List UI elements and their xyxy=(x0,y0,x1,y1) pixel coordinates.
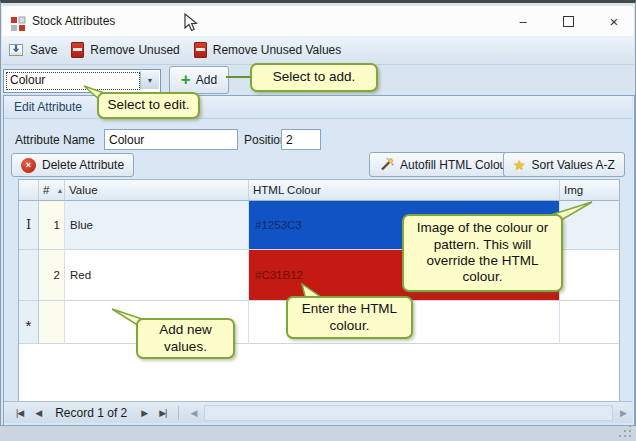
resize-grip-icon[interactable] xyxy=(619,425,633,439)
num-header-label: # xyxy=(43,184,49,196)
minimize-button[interactable]: – xyxy=(507,9,539,33)
num-column-header[interactable]: # ▲ xyxy=(39,180,65,201)
img-column-header[interactable]: Img xyxy=(560,180,619,201)
nav-next-button[interactable]: ▶ xyxy=(135,408,153,418)
maximize-button[interactable] xyxy=(552,9,584,33)
nav-last-button[interactable]: ▶| xyxy=(153,408,172,418)
callout-add-new: Add new values. xyxy=(136,318,235,359)
attribute-name-label: Attribute Name xyxy=(15,133,95,147)
remove-unused-values-label: Remove Unused Values xyxy=(213,43,342,57)
window-title: Stock Attributes xyxy=(32,14,115,28)
grid-cell-value[interactable]: Blue xyxy=(65,201,249,250)
hscroll-track[interactable] xyxy=(204,405,613,421)
app-icon xyxy=(10,16,26,32)
grid-cell-img[interactable] xyxy=(560,201,619,250)
autofill-label: Autofill HTML Colours xyxy=(400,158,516,172)
callout-select-to-add: Select to add. xyxy=(250,63,378,92)
remove-unused-values-icon xyxy=(194,42,207,58)
grid-cell-num[interactable]: 1 xyxy=(39,201,65,250)
remove-unused-label: Remove Unused xyxy=(90,43,179,57)
delete-x-icon: × xyxy=(21,158,36,173)
hscroll-left-arrow[interactable]: ◀ xyxy=(185,408,202,418)
delete-attribute-button[interactable]: × Delete Attribute xyxy=(11,153,134,177)
grid-cell-img[interactable] xyxy=(560,250,619,301)
sort-values-button[interactable]: ★ Sort Values A-Z xyxy=(503,152,625,177)
navigator-separator xyxy=(178,406,179,420)
magic-wand-icon xyxy=(379,157,394,172)
grid-cell-num[interactable]: 2 xyxy=(39,250,65,301)
star-icon: ★ xyxy=(513,158,526,172)
maximize-icon xyxy=(563,16,574,27)
record-count-label: Record 1 of 2 xyxy=(47,406,135,420)
row-selector-header[interactable] xyxy=(19,180,39,201)
sort-values-label: Sort Values A-Z xyxy=(532,158,615,172)
remove-unused-values-button[interactable]: Remove Unused Values xyxy=(188,38,350,62)
callout-enter-html: Enter the HTML colour. xyxy=(286,296,413,339)
remove-unused-icon xyxy=(71,42,84,58)
titlebar: Stock Attributes – × xyxy=(2,6,634,37)
add-label: Add xyxy=(196,73,217,87)
nav-prev-button[interactable]: ◀ xyxy=(29,408,47,418)
toolbar: Save Remove Unused Remove Unused Values xyxy=(2,36,634,65)
attribute-name-input[interactable] xyxy=(104,129,238,150)
position-input[interactable] xyxy=(281,129,321,150)
save-button[interactable]: Save xyxy=(2,38,65,62)
value-header-label: Value xyxy=(69,184,98,196)
delete-attribute-label: Delete Attribute xyxy=(42,158,124,172)
edit-cursor-marker: I xyxy=(26,218,31,232)
callout-select-to-edit: Select to edit. xyxy=(97,92,200,119)
grid-cell-value[interactable]: Red xyxy=(65,250,249,301)
plus-icon: + xyxy=(181,71,191,88)
nav-first-button[interactable]: |◀ xyxy=(10,408,29,418)
save-icon xyxy=(8,42,24,58)
add-attribute-button[interactable]: + Add xyxy=(169,66,229,94)
combo-selected-value: Colour xyxy=(10,73,45,87)
value-column-header[interactable]: Value xyxy=(65,180,249,201)
chevron-down-icon: ▼ xyxy=(147,77,154,84)
sort-asc-icon: ▲ xyxy=(56,187,63,194)
remove-unused-button[interactable]: Remove Unused xyxy=(65,38,187,62)
callout-image-note: Image of the colour or pattern. This wil… xyxy=(402,214,563,292)
grid-empty-area xyxy=(19,344,619,402)
hscroll-right-arrow[interactable]: ▶ xyxy=(615,408,632,418)
close-button[interactable]: × xyxy=(598,9,630,33)
html-colour-column-header[interactable]: HTML Colour xyxy=(249,180,560,201)
combo-dropdown-button[interactable]: ▼ xyxy=(140,71,159,89)
screen: Stock Attributes – × Save Remove Unused xyxy=(0,0,636,441)
save-label: Save xyxy=(30,43,57,57)
attribute-combobox[interactable]: Colour ▼ xyxy=(3,69,161,93)
grid-cell-img[interactable] xyxy=(560,301,619,344)
row-selector[interactable] xyxy=(19,250,39,301)
html-colour-header-label: HTML Colour xyxy=(253,184,321,196)
new-row-selector[interactable]: * xyxy=(19,301,39,344)
row-selector[interactable]: I xyxy=(19,201,39,250)
img-header-label: Img xyxy=(564,184,583,196)
record-navigator: |◀ ◀ Record 1 of 2 ▶ ▶| ◀ ▶ xyxy=(4,401,632,423)
grid-cell-num[interactable] xyxy=(39,301,65,344)
delete-x-glyph: × xyxy=(26,160,31,170)
edit-attribute-caption-label: Edit Attribute xyxy=(14,100,82,114)
